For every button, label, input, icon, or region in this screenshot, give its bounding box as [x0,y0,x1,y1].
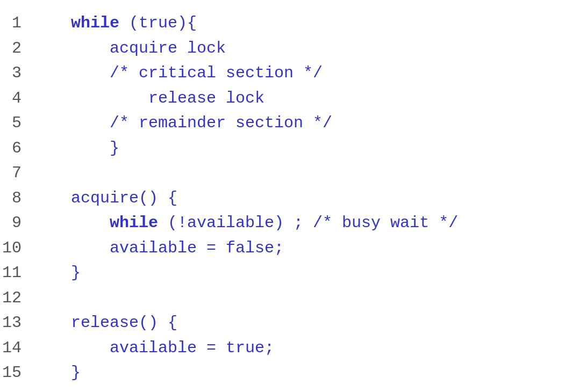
line-content-1: while (true){ [32,11,197,36]
line-number-15: 15 [0,360,32,386]
code-block: 1 while (true){ 2 acquire lock 3 /* crit… [0,0,579,392]
line-number-1: 1 [0,11,32,36]
line-number-10: 10 [0,236,32,261]
line-content-12 [32,286,42,311]
code-line-13: 13 release() { [0,310,579,336]
line-number-2: 2 [0,36,32,61]
code-line-6: 6 } [0,136,579,161]
code-line-4: 4 release lock [0,86,579,111]
line-number-12: 12 [0,286,32,311]
line-number-4: 4 [0,86,32,111]
code-line-11: 11 } [0,260,579,286]
line-content-10: available = false; [32,236,284,261]
line-content-2: acquire lock [32,36,226,61]
line-content-4: release lock [32,86,265,111]
line-content-9: while (!available) ; /* busy wait */ [32,210,458,236]
line-number-3: 3 [0,61,32,86]
code-line-12: 12 [0,286,579,311]
line-content-11: } [32,260,81,286]
code-line-7: 7 [0,161,579,186]
line-content-15: } [32,360,81,386]
code-line-3: 3 /* critical section */ [0,61,579,86]
line-content-6: } [32,136,119,161]
line-content-3: /* critical section */ [32,61,323,86]
line-content-7 [32,161,42,186]
line-content-5: /* remainder section */ [32,111,332,136]
line-content-8: acquire() { [32,186,177,211]
code-line-9: 9 while (!available) ; /* busy wait */ [0,210,579,236]
line-number-8: 8 [0,186,32,211]
line-content-13: release() { [32,310,177,336]
line-number-6: 6 [0,136,32,161]
line-number-7: 7 [0,161,32,186]
code-line-5: 5 /* remainder section */ [0,111,579,136]
code-line-8: 8 acquire() { [0,186,579,211]
line-number-11: 11 [0,260,32,286]
line-number-14: 14 [0,336,32,361]
line-number-13: 13 [0,310,32,336]
code-line-15: 15 } [0,360,579,386]
code-line-1: 1 while (true){ [0,11,579,36]
line-number-9: 9 [0,210,32,236]
code-line-10: 10 available = false; [0,236,579,261]
line-content-14: available = true; [32,336,274,361]
line-number-5: 5 [0,111,32,136]
code-line-2: 2 acquire lock [0,36,579,61]
code-line-14: 14 available = true; [0,336,579,361]
